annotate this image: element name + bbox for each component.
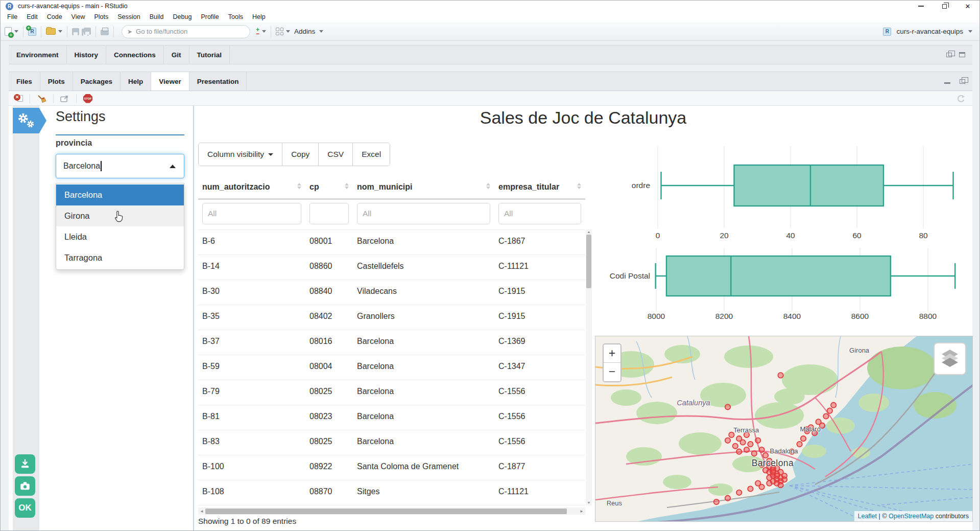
new-file-dropdown-icon[interactable] (14, 30, 18, 33)
camera-button[interactable] (15, 476, 35, 496)
tab-plots[interactable]: Plots (40, 72, 73, 90)
minimize-pane-icon[interactable] (944, 82, 950, 84)
sort-icon[interactable] (297, 183, 301, 189)
boxplot-ordre[interactable]: 020406080ordre (595, 134, 973, 243)
menu-tools[interactable]: Tools (224, 12, 248, 22)
tab-connections[interactable]: Connections (106, 45, 164, 64)
map-layers-control[interactable] (934, 342, 966, 375)
map-marker[interactable] (778, 373, 783, 378)
maximize-button[interactable] (933, 1, 956, 12)
filter-input-empresa-titular[interactable] (498, 203, 581, 224)
menu-debug[interactable]: Debug (169, 12, 197, 22)
tab-environment[interactable]: Environment (9, 45, 67, 64)
tab-history[interactable]: History (67, 45, 107, 64)
table-row[interactable]: B-3508402GranollersC-1915 (198, 305, 585, 330)
new-project-icon[interactable]: R (28, 28, 36, 36)
map-marker[interactable] (733, 444, 738, 449)
restore-pane-icon[interactable] (946, 53, 952, 57)
table-row[interactable]: B-5908004BarcelonaC-1347 (198, 355, 585, 380)
viewer-close-icon[interactable]: ✕ (14, 94, 23, 103)
option-lleida[interactable]: Lleida (56, 226, 184, 247)
leaflet-link[interactable]: Leaflet (858, 513, 877, 520)
map-marker[interactable] (725, 404, 730, 409)
menu-view[interactable]: View (67, 12, 90, 22)
zoom-out-button[interactable]: − (604, 363, 620, 381)
map-marker[interactable] (801, 436, 806, 441)
table-row[interactable]: B-608001BarcelonaC-1867 (198, 230, 585, 255)
map-marker[interactable] (767, 480, 772, 486)
menu-edit[interactable]: Edit (22, 12, 42, 22)
column-header-nom-municipi[interactable]: nom_municipi (353, 177, 494, 198)
dt-button-csv[interactable]: CSV (319, 143, 353, 166)
map-marker[interactable] (725, 438, 730, 443)
panes-dropdown-icon[interactable] (286, 30, 290, 33)
sort-icon[interactable] (486, 183, 490, 189)
open-file-icon[interactable] (46, 28, 56, 35)
tab-git[interactable]: Git (164, 45, 189, 64)
table-row[interactable]: B-3008840ViladecansC-1915 (198, 280, 585, 305)
option-tarragona[interactable]: Tarragona (56, 247, 184, 268)
menu-plots[interactable]: Plots (89, 12, 113, 22)
zoom-in-button[interactable]: + (604, 344, 620, 363)
tab-viewer[interactable]: Viewer (151, 72, 189, 90)
scroll-left-icon[interactable]: ◄ (198, 509, 205, 514)
scroll-up-icon[interactable]: ▲ (587, 229, 591, 235)
table-row[interactable]: B-7908025BarcelonaC-1556 (198, 380, 585, 405)
tab-packages[interactable]: Packages (73, 72, 121, 90)
tab-files[interactable]: Files (9, 72, 40, 90)
dt-button-column-visibility[interactable]: Column visibility (199, 143, 282, 166)
sort-icon[interactable] (577, 183, 581, 189)
table-row[interactable]: B-8308025BarcelonaC-1556 (198, 430, 585, 455)
maximize-pane-icon[interactable] (959, 52, 965, 57)
project-selector[interactable]: R curs-r-avancat-equips (883, 28, 972, 36)
open-recent-dropdown-icon[interactable] (58, 30, 62, 33)
refresh-icon[interactable] (956, 94, 965, 103)
map-marker[interactable] (827, 408, 832, 413)
map-marker[interactable] (823, 413, 828, 419)
pop-out-window-icon[interactable] (60, 95, 69, 103)
version-control-icon[interactable]: +− (256, 28, 259, 36)
map-marker[interactable] (782, 477, 787, 482)
stop-app-icon[interactable]: STOP (83, 94, 92, 103)
addins-dropdown-icon[interactable] (319, 30, 323, 33)
filter-input-cp[interactable] (309, 203, 349, 224)
leaflet-map[interactable]: GironaCatalunyaTerrassaMataróBadalonaBar… (595, 336, 973, 522)
tab-tutorial[interactable]: Tutorial (189, 45, 230, 64)
hscroll-thumb[interactable] (205, 509, 567, 514)
map-marker[interactable] (831, 403, 836, 408)
map-marker[interactable] (759, 484, 764, 490)
map-marker[interactable] (752, 451, 757, 456)
option-girona[interactable]: Girona (56, 205, 184, 226)
scroll-down-icon[interactable]: ▼ (587, 500, 591, 505)
map-marker[interactable] (736, 449, 742, 454)
tab-presentation[interactable]: Presentation (189, 72, 247, 90)
openstreetmap-link[interactable]: OpenStreetMap (889, 513, 934, 520)
column-header-empresa-titular[interactable]: empresa_titular (494, 177, 585, 198)
column-header-num-autoritzacio[interactable]: num_autoritzacio (198, 177, 305, 198)
sort-icon[interactable] (345, 183, 349, 189)
dt-button-excel[interactable]: Excel (353, 143, 390, 166)
map-marker[interactable] (755, 438, 760, 443)
map-marker[interactable] (778, 482, 783, 488)
addins-label[interactable]: Addins (294, 28, 315, 35)
save-all-icon[interactable] (82, 28, 91, 36)
map-marker[interactable] (797, 442, 802, 447)
vscroll-thumb[interactable] (586, 235, 591, 288)
map-marker[interactable] (767, 475, 772, 480)
scroll-right-icon[interactable]: ► (578, 509, 585, 514)
table-row[interactable]: B-8108023BarcelonaC-1556 (198, 405, 585, 430)
option-barcelona[interactable]: Barcelona (56, 184, 184, 205)
map-marker[interactable] (759, 447, 764, 452)
map-marker[interactable] (771, 470, 776, 475)
tab-help[interactable]: Help (121, 72, 151, 90)
table-vertical-scrollbar[interactable]: ▲ ▼ (586, 229, 592, 505)
menu-session[interactable]: Session (113, 12, 145, 22)
map-marker[interactable] (740, 440, 745, 445)
map-marker[interactable] (748, 442, 753, 447)
menu-file[interactable]: File (3, 12, 22, 22)
filter-input-nom-municipi[interactable] (357, 203, 490, 224)
settings-panel-tab[interactable] (13, 108, 46, 133)
menu-help[interactable]: Help (248, 12, 270, 22)
print-icon[interactable] (101, 30, 109, 35)
provincia-select-input[interactable]: Barcelona (56, 154, 184, 178)
